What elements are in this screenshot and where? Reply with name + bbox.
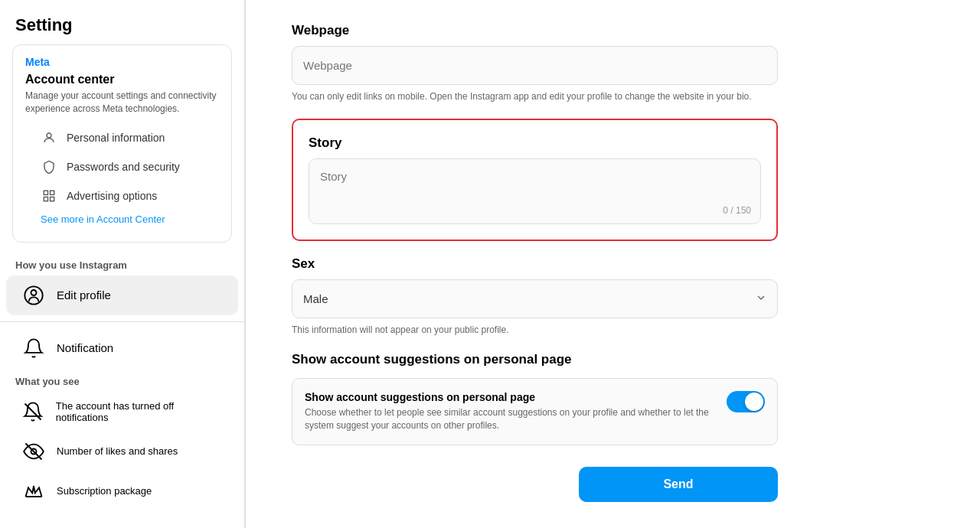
meta-logo: Meta	[25, 56, 219, 68]
bell-icon	[21, 336, 46, 360]
svg-point-7	[31, 290, 37, 295]
sidebar-item-edit-profile[interactable]: Edit profile	[6, 275, 238, 315]
sex-label: Sex	[292, 256, 934, 272]
sidebar-item-personal-information[interactable]: Personal information	[25, 123, 219, 152]
sidebar: Setting Meta Account center Manage your …	[0, 0, 245, 528]
passwords-security-label: Passwords and security	[67, 161, 180, 173]
page-title: Setting	[0, 0, 244, 44]
toggle-knob	[745, 393, 763, 411]
notifications-off-label: The account has turned off notifications	[56, 400, 223, 423]
svg-rect-3	[51, 191, 54, 194]
sex-select[interactable]: Male Female Prefer not to say	[292, 279, 778, 318]
account-center-desc: Manage your account settings and connect…	[25, 90, 219, 116]
account-center-block: Meta Account center Manage your account …	[12, 44, 232, 243]
advertising-options-label: Advertising options	[67, 190, 157, 202]
eye-slash-icon	[21, 439, 46, 464]
svg-rect-4	[44, 197, 47, 200]
sidebar-item-advertising-options[interactable]: Advertising options	[25, 181, 219, 210]
story-textarea[interactable]	[309, 159, 760, 220]
story-section: Story 0 / 150	[292, 119, 778, 241]
story-label: Story	[309, 135, 761, 151]
main-content: Webpage You can only edit links on mobil…	[246, 0, 980, 528]
webpage-helper-text: You can only edit links on mobile. Open …	[292, 90, 778, 103]
suggestions-card: Show account suggestions on personal pag…	[292, 378, 778, 445]
webpage-label: Webpage	[292, 23, 934, 38]
sidebar-item-likes-shares[interactable]: Number of likes and shares	[6, 432, 238, 471]
crown-icon	[21, 479, 46, 504]
suggestions-section: Show account suggestions on personal pag…	[292, 352, 934, 445]
grid-icon	[41, 187, 57, 204]
send-btn-wrapper: Send	[292, 467, 778, 502]
svg-point-1	[47, 133, 51, 138]
sidebar-item-passwords-security[interactable]: Passwords and security	[25, 152, 219, 181]
sex-select-wrapper: Male Female Prefer not to say	[292, 279, 778, 318]
shield-icon	[41, 158, 57, 175]
webpage-input[interactable]	[292, 46, 778, 85]
section-label-what-you-see: What you see	[0, 368, 244, 392]
svg-rect-5	[51, 197, 54, 200]
person-icon	[41, 129, 57, 146]
section-label-how-you-use: How you use Instagram	[0, 252, 244, 275]
webpage-section: Webpage You can only edit links on mobil…	[292, 23, 934, 103]
subscription-label: Subscription package	[57, 485, 152, 497]
suggestions-card-text: Show account suggestions on personal pag…	[305, 391, 714, 432]
suggestions-toggle[interactable]	[727, 391, 765, 412]
meta-logo-svg: Meta	[25, 56, 65, 68]
svg-text:Meta: Meta	[25, 56, 50, 68]
sidebar-item-subscription[interactable]: Subscription package	[6, 471, 238, 511]
edit-profile-label: Edit profile	[57, 288, 111, 301]
suggestions-label: Show account suggestions on personal pag…	[292, 352, 934, 367]
toggle-wrapper	[727, 391, 765, 412]
see-more-link[interactable]: See more in Account Center	[25, 210, 219, 234]
account-center-title: Account center	[25, 73, 219, 86]
person-circle-icon	[21, 283, 46, 308]
personal-information-label: Personal information	[67, 132, 165, 144]
story-textarea-wrapper: 0 / 150	[309, 158, 761, 224]
sex-section: Sex Male Female Prefer not to say This i…	[292, 256, 934, 337]
send-button[interactable]: Send	[579, 467, 778, 502]
sex-helper-text: This information will not appear on your…	[292, 323, 778, 337]
suggestions-card-title: Show account suggestions on personal pag…	[305, 391, 714, 403]
sidebar-item-notification[interactable]: Notification	[6, 328, 238, 368]
likes-shares-label: Number of likes and shares	[57, 445, 178, 457]
sidebar-item-notifications-off[interactable]: The account has turned off notifications	[6, 392, 238, 432]
svg-rect-2	[44, 191, 47, 194]
sidebar-divider-1	[0, 321, 244, 322]
story-char-count: 0 / 150	[723, 205, 751, 216]
suggestions-card-desc: Choose whether to let people see similar…	[305, 406, 714, 432]
notification-label: Notification	[57, 341, 113, 354]
bell-slash-icon	[21, 399, 45, 424]
